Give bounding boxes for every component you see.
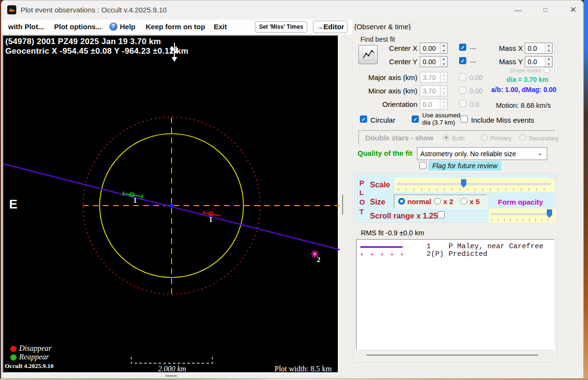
size-x2-label[interactable]: x 2 [443,197,453,206]
observation-1-name[interactable]: P Maley, near Carefree [449,242,543,251]
menu-plot-options[interactable]: Plot options... [54,23,102,31]
menu-help[interactable]: Help [120,23,136,31]
plot-canvas[interactable]: (54978) 2001 PZ49 2025 Jan 19 3.70 km Ge… [2,35,339,373]
center-dot [170,204,174,208]
use-assumed-checkbox[interactable]: ✓ [412,115,419,123]
plot-version-label: Occult 4.2025.9.10 [5,362,54,370]
center-x-label: Center X [365,44,417,52]
scale-slider-thumb[interactable] [461,179,466,188]
orientation-spin-buttons: ▲▼ [440,99,447,109]
size-x2-radio[interactable] [434,198,441,205]
minor-axis-spinner[interactable]: 3.70 ▲▼ [420,85,448,96]
dia-label: dia = 3.70 km [500,76,555,83]
major-axis-label: Major axis (km) [365,73,417,81]
mass-y-spin-buttons[interactable]: ▲▼ [545,57,552,67]
ab-dmag-label: a/b: 1.00, dMag: 0.00 [491,86,556,93]
quality-value: Astrometry only. No reliable size [420,150,516,158]
center-x-value[interactable]: 0.00 [420,43,440,53]
minor-axis-checkbox[interactable] [459,87,466,94]
mass-y-value[interactable]: 0.0 [525,57,545,67]
mass-x-value[interactable]: 0.0 [525,43,545,53]
plot-letter-l: L [359,188,364,196]
scale-slider-ticks [398,188,551,191]
observation-2-name[interactable]: Predicted [449,250,487,258]
observation-2-id[interactable]: 2(P) [427,250,444,258]
use-assumed-label: Use assumed dia (3.7 km) [422,112,460,126]
observation-1-line [360,246,403,248]
form-opacity-slider[interactable] [489,208,556,222]
include-miss-checkbox[interactable] [461,115,468,123]
double-stars-primary-label: Primary [490,135,512,142]
size-radio-group: normal x 2 x 5 [394,195,487,208]
observations-listbox[interactable]: 1 P Maley, near Carefree 2(P) Predicted [356,239,554,350]
plot-letter-p: P [359,179,364,187]
mass-x-spin-buttons[interactable]: ▲▼ [545,43,552,53]
circular-checkbox[interactable]: ✓ [360,115,367,123]
observation-2-dots [360,253,404,256]
plot-graphics [3,36,340,374]
orientation-checkbox[interactable] [459,100,466,107]
plot-letter-o: O [359,198,365,206]
form-opacity-thumb[interactable] [547,209,552,218]
size-x5-label[interactable]: x 5 [470,197,480,206]
scroll-range-checkbox[interactable] [438,211,445,219]
plot-header-line1: (54978) 2001 PZ49 2025 Jan 19 3.70 km [5,37,161,46]
mass-y-label: Mass Y [494,58,523,66]
double-stars-secondary-radio [519,134,526,141]
mass-x-label: Mass X [494,44,523,52]
titlebar: Plot event observations : Occult v.4.202… [1,0,583,20]
observation-1-id[interactable]: 1 [427,242,431,251]
center-y-tag: --- [470,58,476,66]
app-icon [7,5,16,14]
flag-review-checkbox[interactable] [419,162,427,169]
shape-model-checkbox[interactable] [544,67,550,73]
menu-with-plot[interactable]: with Plot... [8,23,44,31]
chevron-down-icon[interactable]: ⌄ [537,149,543,157]
menu-keep-on-top[interactable]: Keep form on top [146,23,205,31]
menu-exit[interactable]: Exit [214,23,227,31]
minimize-button[interactable]: — [507,3,529,17]
major-axis-checkbox[interactable] [459,73,466,81]
quality-combobox[interactable]: Astrometry only. No reliable size ⌄ [417,147,547,160]
flag-review-label: Flag for future review [428,161,501,171]
size-normal-radio[interactable] [398,198,405,205]
center-x-checkbox[interactable]: ✓ [459,44,466,51]
center-x-spinner[interactable]: 0.00 ▲▼ [420,43,448,54]
mass-y-spinner[interactable]: 0.0 ▲▼ [525,56,553,67]
orientation-tag: 0.0 [470,101,479,108]
quality-label: Quality of the fit [357,149,412,157]
size-normal-label[interactable]: normal [407,197,431,206]
listbox-horizontal-scrollbar[interactable] [367,355,538,356]
plot-vertical-scrollbar[interactable] [342,195,343,215]
double-stars-secondary-label: Secondary [529,135,558,142]
help-icon[interactable]: ? [109,23,117,31]
center-y-spinner[interactable]: 0.00 ▲▼ [420,56,448,67]
major-axis-tag: 0.00 [470,74,483,81]
scale-label: Scale [370,181,390,189]
size-label: Size [370,198,385,207]
scale-slider[interactable] [394,178,554,192]
find-best-fit-label: Find best fit [358,35,397,43]
double-stars-panel: Double stars - show Both Primary Seconda… [358,130,555,145]
center-y-spin-buttons[interactable]: ▲▼ [440,57,447,67]
include-miss-label: Include Miss events [471,116,534,124]
east-label: E [9,197,17,212]
plot-letter-t: T [359,207,364,216]
center-y-checkbox[interactable]: ✓ [459,57,466,64]
mass-x-spinner[interactable]: 0.0 ▲▼ [525,43,553,54]
size-x5-radio[interactable] [461,198,467,205]
major-axis-value: 3.70 [420,72,440,82]
close-button[interactable]: ✕ [562,3,584,17]
editor-button[interactable]: →Editor [313,21,347,33]
major-axis-spinner[interactable]: 3.70 ▲▼ [420,72,448,83]
shape-model-label: Shape model [500,68,541,73]
orientation-spinner[interactable]: 0.0 ▲▼ [420,99,448,110]
form-opacity-label: Form opacity [498,198,543,206]
major-axis-spin-buttons: ▲▼ [440,72,447,82]
maximize-button[interactable]: □ [534,3,556,17]
center-y-value[interactable]: 0.00 [420,57,440,67]
scale-bar-label: 2.000 km [131,365,213,373]
center-x-spin-buttons[interactable]: ▲▼ [440,43,447,53]
plot-horizontal-scrollbar[interactable] [165,375,177,377]
set-miss-times-button[interactable]: Set 'Miss' Times [255,21,307,33]
